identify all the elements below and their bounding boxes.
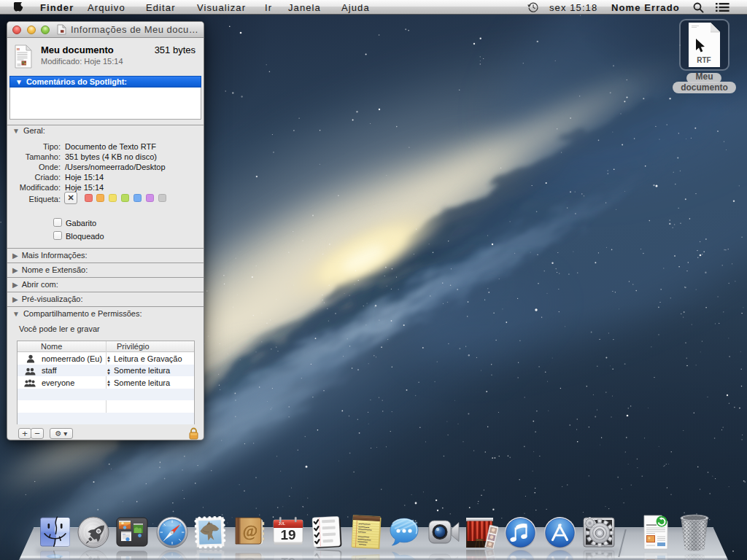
svg-text:H: H [17,47,20,51]
svg-text:@: @ [243,521,258,540]
svg-text:RTF: RTF [697,56,711,64]
svg-text:19: 19 [280,527,295,542]
